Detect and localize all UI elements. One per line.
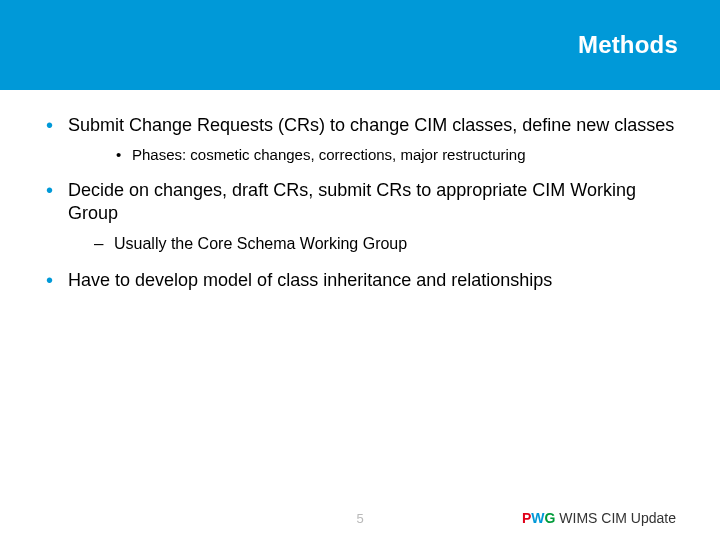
footer-branding: PWG WIMS CIM Update <box>522 510 676 526</box>
brand-letter-p: P <box>522 510 531 526</box>
list-item: Submit Change Requests (CRs) to change C… <box>44 114 676 165</box>
list-item: Decide on changes, draft CRs, submit CRs… <box>44 179 676 255</box>
list-item-text: Submit Change Requests (CRs) to change C… <box>68 115 674 135</box>
footer-label: WIMS CIM Update <box>555 510 676 526</box>
header-bar: Methods <box>0 0 720 90</box>
sub-list-item-text: Usually the Core Schema Working Group <box>114 235 407 252</box>
sub-list: Phases: cosmetic changes, corrections, m… <box>68 145 676 165</box>
list-item-text: Have to develop model of class inheritan… <box>68 270 552 290</box>
brand-letter-g: G <box>545 510 556 526</box>
slide-title: Methods <box>578 31 678 59</box>
sub-list: Usually the Core Schema Working Group <box>68 233 676 255</box>
bullet-list: Submit Change Requests (CRs) to change C… <box>44 114 676 292</box>
list-item-text: Decide on changes, draft CRs, submit CRs… <box>68 180 636 223</box>
sub-list-item: Usually the Core Schema Working Group <box>68 233 676 255</box>
page-number: 5 <box>356 511 363 526</box>
footer: 5 PWG WIMS CIM Update <box>0 502 720 526</box>
slide: Methods Submit Change Requests (CRs) to … <box>0 0 720 540</box>
brand-letter-w: W <box>531 510 544 526</box>
sub-list-item-text: Phases: cosmetic changes, corrections, m… <box>132 146 526 163</box>
slide-content: Submit Change Requests (CRs) to change C… <box>0 90 720 540</box>
sub-list-item: Phases: cosmetic changes, corrections, m… <box>68 145 676 165</box>
list-item: Have to develop model of class inheritan… <box>44 269 676 292</box>
